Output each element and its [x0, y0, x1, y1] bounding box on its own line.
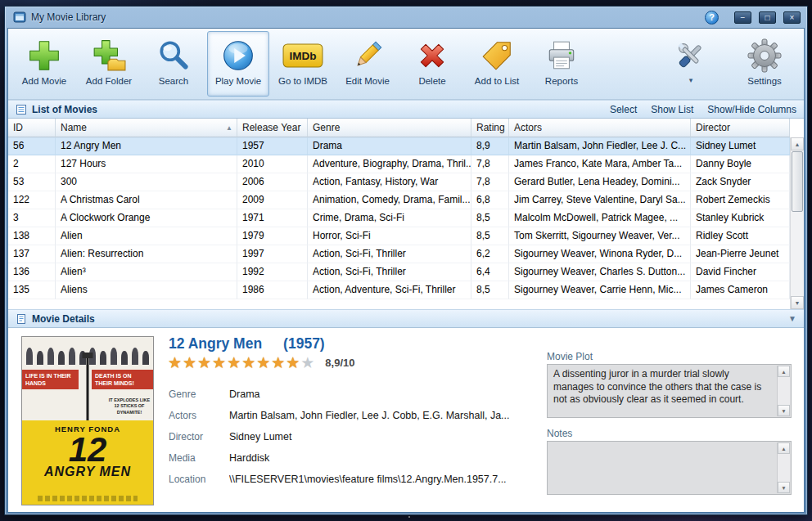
- minimize-button[interactable]: −: [734, 11, 751, 24]
- cell-name: Alien³: [56, 263, 237, 281]
- scroll-down-button[interactable]: ▼: [778, 482, 790, 493]
- cell-director: Danny Boyle: [691, 155, 790, 173]
- cell-genre: Drama: [308, 137, 471, 155]
- field-label: Location: [169, 474, 229, 485]
- printer-icon: [544, 35, 579, 76]
- field-value: Martin Balsam, John Fiedler, Lee J. Cobb…: [229, 410, 537, 421]
- title-bar[interactable]: My Movie Library ? − □ ×: [7, 7, 805, 28]
- table-row[interactable]: 135 Aliens 1986 Action, Adventure, Sci-F…: [8, 281, 790, 299]
- go-to-imdb-button[interactable]: IMDb Go to IMDB: [272, 31, 334, 97]
- select-link[interactable]: Select: [610, 104, 637, 115]
- toolbar-button-label: Add to List: [475, 76, 519, 86]
- add-to-list-button[interactable]: Add to List: [466, 31, 528, 97]
- cell-director: David Fincher: [691, 263, 790, 281]
- cell-year: 2009: [237, 191, 308, 209]
- window-content: Add Movie Add Folder Search Play Movie: [7, 28, 805, 513]
- scroll-down-button[interactable]: ▼: [778, 405, 790, 416]
- add-folder-button[interactable]: Add Folder: [78, 31, 140, 97]
- tools-dropdown-button[interactable]: ▾: [665, 31, 717, 97]
- star-rating[interactable]: ★★★★★★★★★★8,9/10: [168, 353, 355, 372]
- table-row[interactable]: 56 12 Angry Men 1957 Drama 8,9 Martin Ba…: [8, 137, 790, 155]
- cell-id: 3: [8, 209, 56, 227]
- cell-rating: 8,9: [471, 137, 509, 155]
- toolbar-button-label: Add Movie: [22, 76, 66, 86]
- cell-id: 122: [8, 191, 56, 209]
- table-row[interactable]: 2 127 Hours 2010 Adventure, Biography, D…: [8, 155, 790, 173]
- scroll-up-button[interactable]: ▲: [778, 366, 790, 377]
- cell-year: 1992: [237, 263, 308, 281]
- cell-rating: 8,5: [471, 227, 509, 245]
- cell-rating: 8,5: [471, 209, 509, 227]
- cell-genre: Action, Sci-Fi, Thriller: [308, 263, 471, 281]
- scrollbar-thumb[interactable]: [792, 151, 803, 212]
- toolbar-button-label: Add Folder: [86, 76, 132, 86]
- column-header-name[interactable]: Name▲: [56, 119, 237, 137]
- table-row[interactable]: 137 Alien: Resurrection 1997 Action, Sci…: [8, 245, 790, 263]
- maximize-button[interactable]: □: [759, 11, 776, 24]
- table-row[interactable]: 3 A Clockwork Orange 1971 Crime, Drama, …: [8, 209, 790, 227]
- add-movie-icon: [27, 35, 61, 76]
- cell-genre: Horror, Sci-Fi: [308, 227, 471, 245]
- movie-list: ID Name▲ Release Year Genre Rating Actor…: [8, 119, 804, 309]
- column-header-id[interactable]: ID: [8, 119, 56, 137]
- cell-genre: Crime, Drama, Sci-Fi: [308, 209, 471, 227]
- table-row[interactable]: 53 300 2006 Action, Fantasy, History, Wa…: [8, 173, 790, 191]
- table-row[interactable]: 138 Alien 1979 Horror, Sci-Fi 8,5 Tom Sk…: [8, 227, 790, 245]
- movie-title-text: 12 Angry Men: [169, 335, 262, 352]
- cell-genre: Action, Adventure, Sci-Fi, Thriller: [308, 281, 471, 299]
- close-button[interactable]: ×: [783, 11, 801, 24]
- movie-plot-box[interactable]: A dissenting juror in a murder trial slo…: [547, 364, 792, 418]
- empty-stars[interactable]: ★: [300, 354, 315, 371]
- cell-name: A Clockwork Orange: [56, 209, 237, 227]
- notes-box[interactable]: ▲ ▼: [547, 441, 792, 495]
- help-button[interactable]: ?: [705, 11, 719, 25]
- toolbar-right-group: ▾ Settings: [665, 31, 794, 97]
- cell-year: 1957: [237, 137, 308, 155]
- cell-genre: Animation, Comedy, Drama, Famil...: [308, 191, 471, 209]
- table-row[interactable]: 122 A Christmas Carol 2009 Animation, Co…: [8, 191, 790, 209]
- tools-icon: [674, 35, 708, 76]
- cell-name: Alien: [56, 227, 237, 245]
- scroll-down-button[interactable]: ▼: [791, 296, 804, 309]
- edit-movie-button[interactable]: Edit Movie: [336, 31, 399, 97]
- cell-id: 135: [8, 281, 56, 299]
- cell-actors: James Franco, Kate Mara, Amber Ta...: [509, 155, 691, 173]
- cell-director: Jean-Pierre Jeunet: [691, 245, 790, 263]
- collapse-panel-icon[interactable]: ▼: [788, 314, 796, 323]
- settings-button[interactable]: Settings: [738, 31, 792, 97]
- scroll-up-button[interactable]: ▲: [791, 137, 804, 150]
- column-header-genre[interactable]: Genre: [308, 119, 471, 137]
- cell-id: 53: [8, 173, 56, 191]
- detail-row-director: Director Sidney Lumet: [169, 426, 537, 447]
- cell-year: 1997: [237, 245, 308, 263]
- play-movie-button[interactable]: Play Movie: [207, 31, 269, 97]
- cell-year: 2010: [237, 155, 308, 173]
- cell-name: 127 Hours: [56, 155, 237, 173]
- table-row[interactable]: 136 Alien³ 1992 Action, Sci-Fi, Thriller…: [8, 263, 790, 281]
- column-header-director[interactable]: Director: [691, 119, 790, 137]
- list-section-title: List of Movies: [32, 104, 97, 115]
- cell-name: 12 Angry Men: [56, 137, 237, 155]
- column-header-actors[interactable]: Actors: [509, 119, 691, 137]
- search-button[interactable]: Search: [142, 31, 205, 97]
- toolbar-button-label: Delete: [418, 76, 445, 86]
- reports-button[interactable]: Reports: [530, 31, 593, 97]
- movie-title: 12 Angry Men(1957): [169, 335, 325, 353]
- add-movie-button[interactable]: Add Movie: [13, 31, 75, 97]
- list-icon: [16, 104, 27, 115]
- show-hide-columns-link[interactable]: Show/Hide Columns: [707, 104, 796, 115]
- delete-x-icon: [415, 35, 449, 76]
- column-header-rating[interactable]: Rating: [471, 119, 509, 137]
- details-section-title: Movie Details: [32, 313, 95, 325]
- show-list-link[interactable]: Show List: [651, 104, 693, 115]
- gear-icon: [747, 35, 783, 76]
- cell-genre: Action, Sci-Fi, Thriller: [308, 245, 471, 263]
- list-scrollbar[interactable]: ▲ ▼: [790, 137, 804, 309]
- column-header-release-year[interactable]: Release Year: [237, 119, 308, 137]
- delete-button[interactable]: Delete: [401, 31, 463, 97]
- plot-scrollbar[interactable]: ▲ ▼: [777, 366, 790, 416]
- notes-scrollbar[interactable]: ▲ ▼: [777, 442, 790, 493]
- filled-stars[interactable]: ★★★★★★★★★: [168, 354, 300, 371]
- chevron-down-icon: ▾: [689, 76, 693, 85]
- scroll-up-button[interactable]: ▲: [778, 442, 790, 454]
